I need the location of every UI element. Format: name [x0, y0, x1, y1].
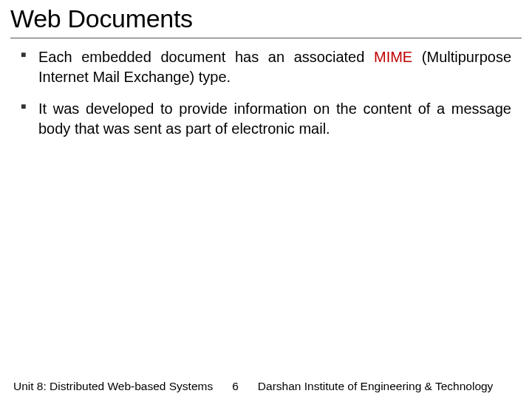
footer-unit: Unit 8: Distributed Web-based Systems [13, 380, 213, 393]
content-area: Each embedded document has an associated… [0, 38, 532, 399]
bullet-list: Each embedded document has an associated… [21, 47, 511, 139]
footer-org: Darshan Institute of Engineering & Techn… [258, 380, 519, 393]
highlight-keyword: MIME [374, 49, 412, 65]
title-wrap: Web Documents [0, 0, 532, 35]
bullet-item: Each embedded document has an associated… [21, 47, 511, 87]
bullet-item: It was developed to provide information … [21, 99, 511, 139]
footer: Unit 8: Distributed Web-based Systems 6 … [0, 374, 532, 399]
footer-page-number: 6 [213, 380, 258, 393]
bullet-text: It was developed to provide information … [38, 100, 511, 137]
bullet-text: Each embedded document has an associated [38, 49, 374, 65]
slide-title: Web Documents [10, 4, 522, 33]
slide: Web Documents Each embedded document has… [0, 0, 532, 399]
